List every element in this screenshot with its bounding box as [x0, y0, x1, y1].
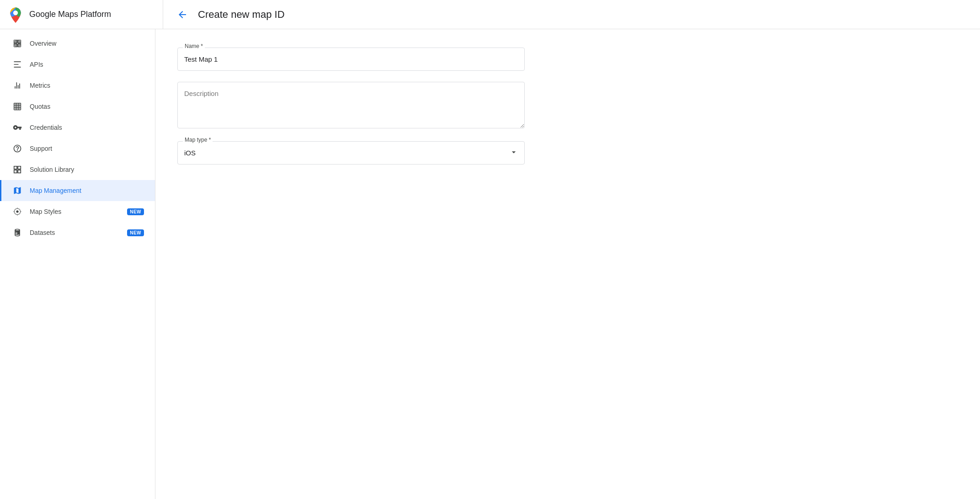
overview-icon — [12, 38, 22, 48]
map-type-field: Map type * JavaScript Android iOS — [177, 141, 525, 165]
sidebar-item-map-styles[interactable]: Map Styles NEW — [0, 201, 155, 222]
datasets-icon — [12, 228, 22, 238]
content-area: Name * Map type * JavaScript Android iOS — [155, 29, 980, 499]
svg-rect-10 — [14, 166, 17, 169]
credentials-icon — [12, 122, 22, 133]
map-styles-icon — [12, 207, 22, 217]
sidebar-label-overview: Overview — [30, 40, 144, 47]
sidebar-item-datasets[interactable]: Datasets NEW — [0, 222, 155, 243]
sidebar-label-quotas: Quotas — [30, 103, 144, 110]
sidebar-item-quotas[interactable]: Quotas — [0, 96, 155, 117]
sidebar-item-metrics[interactable]: Metrics — [0, 75, 155, 96]
map-management-icon — [12, 186, 22, 196]
main-layout: Overview APIs Metrics — [0, 29, 980, 499]
header-divider — [163, 0, 163, 29]
sidebar-label-apis: APIs — [30, 61, 144, 68]
svg-rect-12 — [14, 170, 17, 173]
name-label: Name * — [183, 43, 205, 49]
sidebar-label-solution-library: Solution Library — [30, 166, 144, 173]
sidebar-item-credentials[interactable]: Credentials — [0, 117, 155, 138]
sidebar: Overview APIs Metrics — [0, 29, 155, 499]
sidebar-item-apis[interactable]: APIs — [0, 54, 155, 75]
sidebar-label-credentials: Credentials — [30, 124, 144, 131]
map-type-label: Map type * — [183, 137, 213, 143]
sidebar-label-support: Support — [30, 145, 144, 152]
sidebar-item-support[interactable]: Support — [0, 138, 155, 159]
page-title: Create new map ID — [198, 9, 285, 21]
name-input[interactable] — [177, 48, 525, 71]
description-field — [177, 82, 525, 130]
svg-point-0 — [13, 11, 18, 15]
sidebar-item-overview[interactable]: Overview — [0, 33, 155, 54]
support-icon — [12, 143, 22, 154]
logo-area: Google Maps Platform — [7, 6, 163, 23]
sidebar-label-metrics: Metrics — [30, 82, 144, 89]
svg-rect-13 — [18, 170, 21, 173]
form-container: Name * Map type * JavaScript Android iOS — [177, 48, 525, 165]
sidebar-label-datasets: Datasets — [30, 229, 120, 236]
datasets-new-badge: NEW — [127, 229, 144, 236]
map-type-select[interactable]: JavaScript Android iOS — [177, 141, 525, 165]
description-input[interactable] — [177, 82, 525, 128]
app-title: Google Maps Platform — [29, 10, 111, 19]
map-type-select-wrapper: JavaScript Android iOS — [177, 141, 525, 165]
name-field: Name * — [177, 48, 525, 71]
page-header: Create new map ID — [174, 6, 285, 23]
quotas-icon — [12, 101, 22, 111]
sidebar-label-map-management: Map Management — [30, 187, 144, 194]
map-styles-new-badge: NEW — [127, 208, 144, 215]
back-button[interactable] — [174, 6, 191, 23]
apis-icon — [12, 59, 22, 69]
top-header: Google Maps Platform Create new map ID — [0, 0, 980, 29]
solution-library-icon — [12, 165, 22, 175]
sidebar-item-map-management[interactable]: Map Management — [0, 180, 155, 201]
back-arrow-icon — [177, 9, 188, 20]
svg-point-14 — [16, 211, 19, 213]
sidebar-item-solution-library[interactable]: Solution Library — [0, 159, 155, 180]
google-maps-logo — [7, 6, 24, 23]
svg-rect-11 — [18, 166, 21, 169]
metrics-icon — [12, 80, 22, 90]
sidebar-label-map-styles: Map Styles — [30, 208, 120, 215]
